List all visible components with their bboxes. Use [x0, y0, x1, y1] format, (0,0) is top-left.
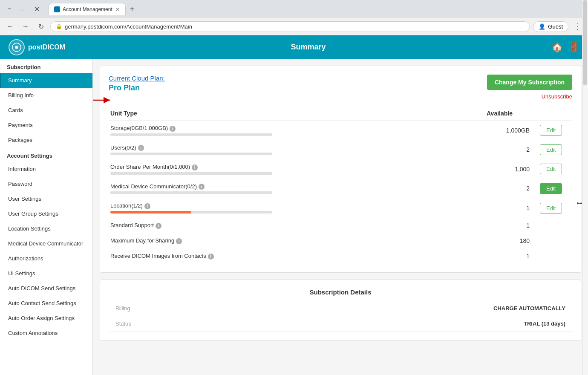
logo-icon [9, 39, 25, 55]
sidebar-item-auto-order-assign-settings[interactable]: Auto Order Assign Settings [0, 311, 92, 326]
unit-available-cell: 1 [433, 198, 538, 218]
col-unit-type: Unit Type [109, 107, 433, 121]
sidebar-user-group-settings-label: User Group Settings [8, 211, 58, 217]
sidebar-item-auto-dicom-send-settings[interactable]: Auto DICOM Send Settings [0, 281, 92, 296]
subscription-details-table: Billing CHARGE AUTOMATICALLY Status TRIA… [109, 301, 572, 332]
app-wrapper: postDICOM Summary 🏠 🚪 Subscription Summa… [0, 35, 588, 375]
status-key: Status [109, 316, 227, 331]
sidebar-item-auto-contact-send-settings[interactable]: Auto Contact Send Settings [0, 296, 92, 311]
sidebar-password-label: Password [8, 181, 32, 187]
browser-chrome: − □ ✕ Account Management ✕ + ← → ↻ 🔒 ger… [0, 0, 588, 35]
unit-row: Receive DICOM Images from Contactsi1 [109, 248, 572, 264]
sidebar-item-ui-settings[interactable]: UI Settings [0, 266, 92, 281]
info-icon[interactable]: i [199, 184, 205, 190]
unit-label: Users(0/2) [110, 144, 136, 151]
address-bar-row: ← → ↻ 🔒 germany.postdicom.com/AccountMan… [0, 18, 588, 35]
guest-button[interactable]: 👤 Guest [533, 21, 568, 32]
edit-button[interactable]: Edit [540, 183, 562, 194]
unit-row: Storage(0GB/1,000GB)i1,000GBEdit [109, 121, 572, 140]
unit-edit-cell: Edit [538, 179, 572, 199]
change-subscription-button[interactable]: Change My Subscription [487, 75, 572, 90]
subscription-details-card: Subscription Details Billing CHARGE AUTO… [100, 280, 581, 340]
app-header: postDICOM Summary 🏠 🚪 [0, 35, 588, 59]
sidebar-item-payments[interactable]: Payments [0, 118, 92, 133]
svg-point-1 [15, 46, 18, 49]
sidebar-item-user-group-settings[interactable]: User Group Settings [0, 206, 92, 221]
subscription-section-label: Subscription [0, 59, 92, 73]
info-icon[interactable]: i [138, 145, 144, 151]
edit-button[interactable]: Edit [540, 144, 562, 155]
plan-info: Current Cloud Plan: Pro Plan [109, 75, 165, 92]
header-icons: 🏠 🚪 [551, 42, 579, 53]
unit-row: Location(1/2)i1Edit [109, 198, 572, 218]
unit-available-cell: 180 [433, 233, 538, 248]
unit-label: Medical Device Communicator(0/2) [110, 183, 197, 190]
sidebar-authorizations-label: Authorizations [8, 255, 43, 262]
unit-edit-cell [538, 218, 572, 233]
progress-bar [110, 191, 272, 194]
tab-close-icon[interactable]: ✕ [115, 6, 120, 13]
minimize-button[interactable]: − [3, 3, 15, 15]
sidebar-item-cards[interactable]: Cards [0, 103, 92, 118]
edit-button[interactable]: Edit [540, 203, 562, 213]
unit-edit-cell: Edit [538, 159, 572, 179]
sidebar-item-custom-annotations[interactable]: Custom Annotations [0, 326, 92, 340]
sidebar: Subscription Summary Billing Info Cards … [0, 59, 93, 375]
info-icon[interactable]: i [208, 254, 214, 260]
url-text: germany.postdicom.com/AccountManagement/… [65, 23, 192, 30]
edit-button[interactable]: Edit [540, 125, 562, 136]
tab-bar: Account Management ✕ + [45, 3, 585, 15]
home-icon[interactable]: 🏠 [551, 42, 563, 53]
info-icon[interactable]: i [156, 223, 161, 229]
sidebar-item-user-settings[interactable]: User Settings [0, 191, 92, 206]
sidebar-item-password[interactable]: Password [0, 176, 92, 191]
titlebar: − □ ✕ Account Management ✕ + [0, 0, 588, 18]
new-tab-button[interactable]: + [126, 3, 139, 15]
scrollbar-track[interactable] [582, 59, 588, 375]
sidebar-item-summary[interactable]: Summary [0, 73, 92, 88]
sidebar-item-authorizations[interactable]: Authorizations [0, 251, 92, 266]
address-bar[interactable]: 🔒 germany.postdicom.com/AccountManagemen… [50, 21, 530, 32]
sidebar-auto-dicom-send-settings-label: Auto DICOM Send Settings [8, 285, 75, 291]
sidebar-item-billing-info[interactable]: Billing Info [0, 88, 92, 103]
sidebar-ui-settings-label: UI Settings [8, 270, 35, 277]
main-content: 1 Current Cloud Plan: Pro Plan [93, 59, 588, 375]
info-icon[interactable]: i [176, 238, 182, 244]
edit-button[interactable]: Edit [540, 164, 562, 174]
unsubscribe-link[interactable]: Unsubscribe [542, 93, 572, 100]
sidebar-item-location-settings[interactable]: Location Settings [0, 221, 92, 236]
app-body: Subscription Summary Billing Info Cards … [0, 59, 588, 375]
info-icon[interactable]: i [192, 164, 198, 170]
sidebar-item-medical-device-communicator[interactable]: Medical Device Communicator [0, 236, 92, 251]
active-tab[interactable]: Account Management ✕ [49, 3, 126, 15]
scrollbar-thumb[interactable] [583, 59, 587, 85]
col-actions [538, 107, 572, 121]
logout-icon[interactable]: 🚪 [568, 42, 579, 53]
sidebar-auto-contact-send-settings-label: Auto Contact Send Settings [8, 300, 76, 306]
current-cloud-plan-label[interactable]: Current Cloud Plan: [109, 75, 165, 82]
unit-label-cell: Location(1/2)i [109, 198, 433, 218]
maximize-button[interactable]: □ [17, 3, 29, 15]
unit-table: Unit Type Available Storage(0GB/1,000GB)… [109, 107, 572, 264]
unit-available-cell: 2 [433, 179, 538, 199]
unit-available-cell: 1,000GB [433, 121, 538, 140]
forward-button[interactable]: → [20, 20, 32, 32]
close-button[interactable]: ✕ [31, 3, 43, 15]
unit-label-cell: Maximum Day for Sharingi [109, 233, 433, 248]
app-title: Summary [65, 43, 551, 52]
unit-label: Order Share Per Month(0/1,000) [110, 164, 190, 170]
unit-label-cell: Receive DICOM Images from Contactsi [109, 248, 433, 264]
plan-name: Pro Plan [109, 84, 165, 92]
unit-row: Medical Device Communicator(0/2)i2Edit [109, 179, 572, 199]
refresh-button[interactable]: ↻ [35, 20, 47, 32]
info-icon[interactable]: i [170, 126, 176, 132]
progress-bar-wrap [110, 172, 272, 175]
sidebar-item-information[interactable]: Information [0, 162, 92, 176]
unit-available-cell: 1 [433, 218, 538, 233]
account-settings-section-label: Account Settings [0, 147, 92, 162]
subscription-billing-row: Billing CHARGE AUTOMATICALLY [109, 301, 572, 316]
info-icon[interactable]: i [144, 203, 150, 209]
back-button[interactable]: ← [4, 20, 16, 32]
unit-available-cell: 1 [433, 248, 538, 264]
sidebar-item-packages[interactable]: Packages [0, 133, 92, 147]
